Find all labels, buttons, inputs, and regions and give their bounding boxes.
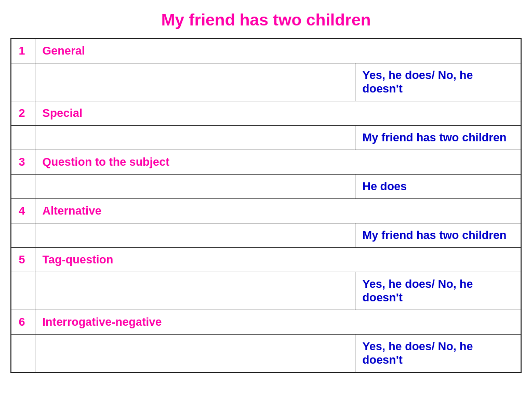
row-spacer-4 [11,223,35,248]
table-row: My friend has two children [11,126,521,150]
table-row: 6 Interrogative-negative [11,310,521,335]
row-answer-6: Yes, he does/ No, he doesn't [355,335,521,373]
row-answer-2: My friend has two children [355,126,521,150]
row-answer-3: He does [355,175,521,199]
row-spacer-2 [11,126,35,150]
table-row: 3 Question to the subject [11,150,521,175]
row-number-5: 5 [11,248,35,272]
page-title: My friend has two children [161,10,371,30]
row-spacer-3b [35,175,355,199]
main-table: 1 General Yes, he does/ No, he doesn't 2… [10,38,522,373]
table-row: 4 Alternative [11,199,521,223]
row-label-1: General [35,38,521,63]
row-spacer-4b [35,223,355,248]
table-row: My friend has two children [11,223,521,248]
row-spacer-6b [35,335,355,373]
row-spacer-1b [35,63,355,101]
row-number-4: 4 [11,199,35,223]
table-row: He does [11,175,521,199]
table-row: Yes, he does/ No, he doesn't [11,335,521,373]
row-number-3: 3 [11,150,35,175]
row-answer-1: Yes, he does/ No, he doesn't [355,63,521,101]
row-label-2: Special [35,101,521,126]
table-row: 2 Special [11,101,521,126]
row-label-5: Tag-question [35,248,521,272]
row-label-4: Alternative [35,199,521,223]
row-number-1: 1 [11,38,35,63]
row-spacer-1 [11,63,35,101]
row-spacer-6 [11,335,35,373]
table-row: Yes, he does/ No, he doesn't [11,63,521,101]
row-spacer-3 [11,175,35,199]
table-row: 1 General [11,38,521,63]
row-spacer-5b [35,272,355,310]
row-spacer-5 [11,272,35,310]
table-row: 5 Tag-question [11,248,521,272]
row-answer-4: My friend has two children [355,223,521,248]
row-number-2: 2 [11,101,35,126]
row-spacer-2b [35,126,355,150]
row-label-3: Question to the subject [35,150,521,175]
row-answer-5: Yes, he does/ No, he doesn't [355,272,521,310]
row-label-6: Interrogative-negative [35,310,521,335]
table-row: Yes, he does/ No, he doesn't [11,272,521,310]
row-number-6: 6 [11,310,35,335]
